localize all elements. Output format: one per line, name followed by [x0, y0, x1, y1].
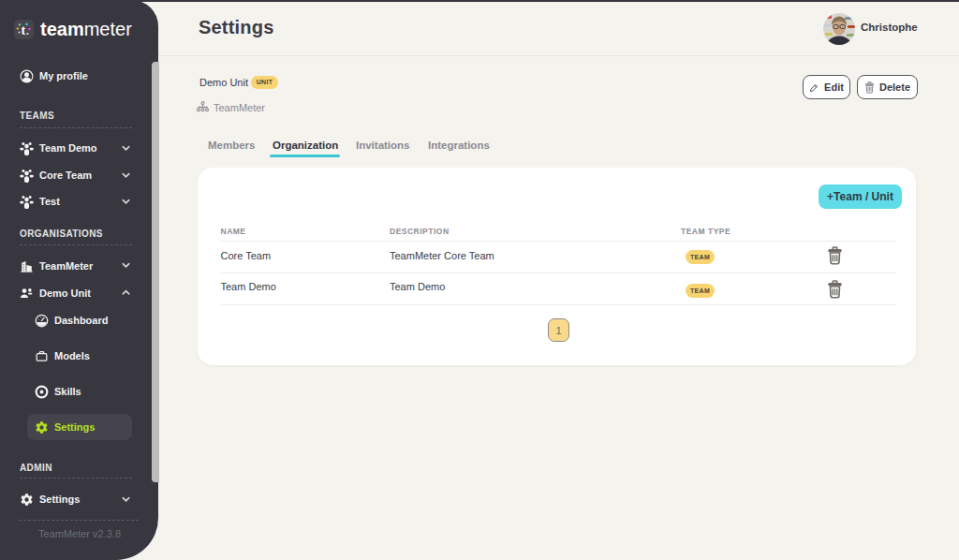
- svg-text:t: t: [22, 23, 26, 37]
